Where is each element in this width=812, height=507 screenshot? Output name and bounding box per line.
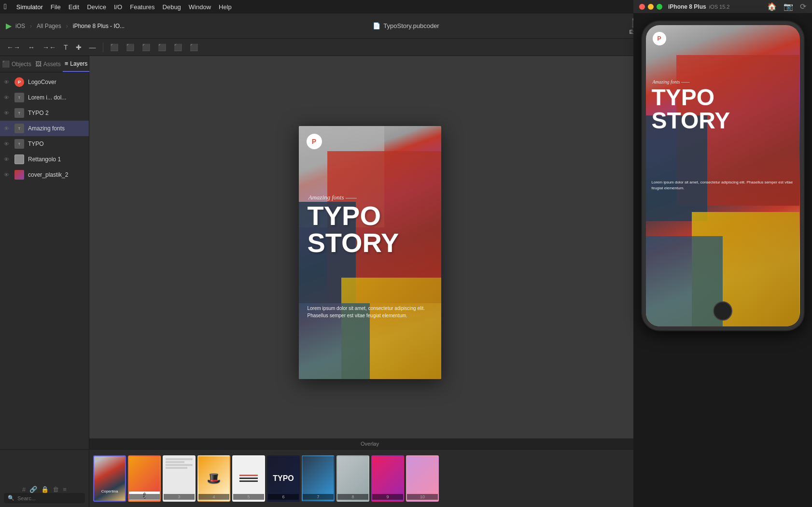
link-icon[interactable]: 🔗: [29, 486, 37, 493]
visibility-icon-4[interactable]: 👁: [4, 126, 11, 131]
tab-objects[interactable]: ⬛ Objects: [0, 56, 33, 72]
add-btn[interactable]: ✚: [73, 42, 84, 53]
tab-assets[interactable]: 🖼 Assets: [33, 56, 63, 72]
search-input[interactable]: [17, 495, 81, 501]
minus-btn[interactable]: —: [86, 42, 99, 53]
phone-frame-area: P Amazing fonts —— TYPO STORY Lorem ipsu…: [633, 14, 812, 338]
minimize-dot[interactable]: [648, 4, 654, 10]
phone-home-button[interactable]: [713, 301, 732, 321]
layer-name-cover: cover_plastik_2: [28, 171, 68, 178]
visibility-icon-2[interactable]: 👁: [4, 95, 11, 100]
align1-btn[interactable]: ⬛: [107, 42, 121, 53]
visibility-icon[interactable]: 👁: [4, 79, 11, 85]
filmstrip-page-9[interactable]: 9: [371, 455, 404, 502]
menu-help[interactable]: Help: [219, 3, 232, 11]
design-canvas[interactable]: P Amazing fonts —— TYPO STORY Lorem ipsu…: [299, 126, 441, 379]
menu-device[interactable]: Device: [87, 3, 106, 11]
filmstrip-page-4[interactable]: 🎩 4: [197, 455, 230, 502]
menu-simulator[interactable]: Simulator: [16, 3, 43, 11]
tab-layers-label: Layers: [70, 60, 87, 67]
layer-name-lorem: Lorem i... dol...: [28, 94, 66, 101]
menu-debug[interactable]: Debug: [163, 3, 181, 11]
layer-rettangolo[interactable]: 👁 Rettangolo 1: [0, 152, 89, 167]
menu-features[interactable]: Features: [130, 3, 154, 11]
maximize-dot[interactable]: [657, 4, 662, 10]
hash-icon[interactable]: #: [22, 486, 26, 493]
align5-btn[interactable]: ⬛: [171, 42, 185, 53]
layer-logocover[interactable]: 👁 P LogoCover: [0, 74, 89, 90]
apple-icon: : [4, 2, 7, 11]
overlay-label: Overlay: [361, 441, 379, 447]
bottom-bar: # 🔗 🔒 🗑 ≡ 🔍: [0, 449, 89, 507]
layers-icon: ≡: [65, 60, 69, 67]
camera-icon[interactable]: 📷: [784, 2, 793, 11]
rotate-icon[interactable]: ⟳: [800, 2, 806, 11]
canvas-area[interactable]: P Amazing fonts —— TYPO STORY Lorem ipsu…: [89, 56, 650, 449]
tab-assets-label: Assets: [43, 61, 61, 68]
search-icon: 🔍: [8, 495, 14, 501]
menu-io[interactable]: I/O: [114, 3, 122, 11]
play-button[interactable]: ▶: [6, 21, 12, 30]
menu-icon[interactable]: ≡: [63, 486, 67, 493]
phone-body: Lorem ipsum dolor sit amet, consectetur …: [652, 180, 794, 191]
page-num-7: 7: [303, 494, 334, 500]
filmstrip-page-5[interactable]: 5: [232, 455, 265, 502]
menu-file[interactable]: File: [51, 3, 61, 11]
align-left-btn[interactable]: ←→: [4, 42, 23, 53]
ios-version: iOS 15.2: [709, 4, 730, 10]
layer-amazingfonts[interactable]: 👁 T Amazing fonts: [0, 121, 89, 136]
align6-btn[interactable]: ⬛: [187, 42, 201, 53]
align-center-btn[interactable]: ↔: [25, 42, 38, 53]
page-num-2: 2: [129, 494, 160, 500]
lock-icon[interactable]: 🔒: [41, 486, 49, 493]
layers-list: 👁 P LogoCover 👁 T Lorem i... dol... 👁 T …: [0, 72, 89, 184]
page-num-8: 8: [337, 494, 368, 500]
layer-name-typo: TYPO: [28, 141, 44, 147]
tab-layers[interactable]: ≡ Layers: [63, 56, 90, 72]
layer-typo[interactable]: 👁 T TYPO: [0, 136, 89, 152]
layer-typo2[interactable]: 👁 T TYPO 2: [0, 105, 89, 121]
filmstrip-page-7[interactable]: 7: [302, 455, 335, 502]
close-dot[interactable]: [639, 4, 645, 10]
text-btn[interactable]: T: [61, 42, 71, 53]
page-num-4: 4: [198, 494, 229, 500]
layer-cover[interactable]: 👁 cover_plastik_2: [0, 167, 89, 183]
filmstrip-page-6[interactable]: TYPO 6: [267, 455, 300, 502]
align4-btn[interactable]: ⬛: [155, 42, 169, 53]
filename: TypoStory.pubcoder: [383, 22, 439, 29]
align2-btn[interactable]: ⬛: [123, 42, 137, 53]
visibility-icon-3[interactable]: 👁: [4, 110, 11, 116]
canvas-title-line1: TYPO: [308, 202, 399, 229]
filmstrip-page-1[interactable]: Copertina: [93, 455, 126, 502]
toolbar-divider: [103, 42, 103, 52]
filmstrip-page-2[interactable]: ℓ 2: [128, 455, 161, 502]
layer-lorem[interactable]: 👁 T Lorem i... dol...: [0, 90, 89, 105]
breadcrumb-device[interactable]: iPhone 8 Plus - IO...: [73, 23, 125, 29]
simulator-actions: 🏠 📷 ⟳: [767, 2, 806, 11]
phone-screen: P Amazing fonts —— TYPO STORY Lorem ipsu…: [646, 25, 800, 326]
visibility-icon-5[interactable]: 👁: [4, 141, 11, 147]
breadcrumb-allpages[interactable]: All Pages: [37, 23, 61, 29]
layer-name-typo2: TYPO 2: [28, 110, 49, 116]
filmstrip-page-10[interactable]: 10: [406, 455, 439, 502]
phone-logo: P: [653, 32, 666, 45]
simulator-titlebar: iPhone 8 Plus iOS 15.2 🏠 📷 ⟳: [633, 0, 812, 14]
menu-edit[interactable]: Edit: [69, 3, 79, 11]
visibility-icon-6[interactable]: 👁: [4, 156, 11, 162]
page-num-6: 6: [268, 494, 299, 500]
align3-btn[interactable]: ⬛: [139, 42, 153, 53]
filmstrip-page-8[interactable]: 8: [336, 455, 369, 502]
breadcrumb: ▶ iOS › All Pages › iPhone 8 Plus - IO..…: [6, 21, 125, 30]
filmstrip-page-3[interactable]: 3: [163, 455, 196, 502]
objects-icon: ⬛: [2, 60, 10, 68]
layer-name-amazing: Amazing fonts: [28, 125, 65, 132]
layer-thumb-rett: [14, 155, 24, 164]
delete-icon[interactable]: 🗑: [53, 486, 59, 493]
breadcrumb-ios[interactable]: iOS: [15, 23, 25, 29]
home-button-icon[interactable]: 🏠: [767, 2, 777, 11]
align-right-btn[interactable]: →←: [40, 42, 59, 53]
document-icon: 📄: [373, 22, 380, 29]
layer-thumb-lorem: T: [14, 93, 24, 102]
visibility-icon-7[interactable]: 👁: [4, 172, 11, 178]
menu-window[interactable]: Window: [189, 3, 211, 11]
